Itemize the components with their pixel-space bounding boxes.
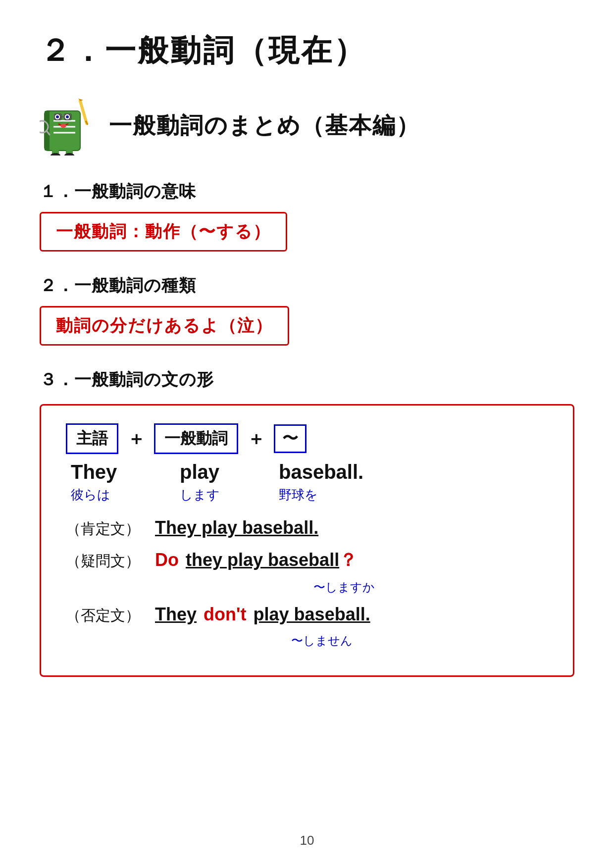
svg-point-11 <box>66 115 69 118</box>
section1-label: １．一般動詞の意味 <box>40 180 196 203</box>
question-mark: ？ <box>339 548 357 572</box>
question-jp: 〜しますか <box>140 579 548 595</box>
example-english-row: They play baseball. <box>71 461 548 483</box>
negative-sentence-block: （否定文） They don't play baseball. 〜しません <box>66 604 548 649</box>
question-they-play-baseball: they play baseball <box>186 550 339 570</box>
svg-line-13 <box>80 101 87 123</box>
trans-play: します <box>180 486 279 504</box>
formula-plus1: ＋ <box>127 427 145 451</box>
header-text: 一般動詞のまとめ（基本編） <box>109 110 420 141</box>
negative-sentence-row: （否定文） They don't play baseball. <box>66 604 548 626</box>
question-do: Do <box>155 550 179 570</box>
example-japanese-row: 彼らは します 野球を <box>71 486 548 504</box>
positive-sentence: They play baseball. <box>155 517 318 538</box>
grammar-box: 主語 ＋ 一般動詞 ＋ 〜 They play baseball. 彼らは しま… <box>40 404 574 677</box>
example-they: They <box>71 461 170 483</box>
section3-label: ３．一般動詞の文の形 <box>40 368 214 391</box>
svg-point-10 <box>56 115 59 118</box>
page-number: 10 <box>300 833 314 848</box>
formula-plus2: ＋ <box>247 427 265 451</box>
mascot-icon <box>40 96 94 155</box>
formula-row: 主語 ＋ 一般動詞 ＋ 〜 <box>66 423 548 454</box>
formula-subject: 主語 <box>66 423 118 454</box>
page-title: ２．一般動詞（現在） <box>40 30 366 71</box>
positive-sentence-block: （肯定文） They play baseball. <box>66 517 548 539</box>
question-sentence-block: （疑問文） Do they play baseball ？ 〜しますか <box>66 548 548 595</box>
positive-type: （肯定文） <box>66 519 140 539</box>
trans-they: 彼らは <box>71 486 170 504</box>
negative-dont: don't <box>204 604 247 625</box>
header-section: 一般動詞のまとめ（基本編） <box>40 96 420 155</box>
formula-object: 〜 <box>274 424 307 453</box>
negative-they: They <box>155 604 197 625</box>
formula-verb: 一般動詞 <box>154 423 238 454</box>
negative-type: （否定文） <box>66 606 140 626</box>
example-baseball: baseball. <box>279 461 363 483</box>
positive-sentence-row: （肯定文） They play baseball. <box>66 517 548 539</box>
section1-box: 一般動詞：動作（〜する） <box>40 212 287 252</box>
section2-label: ２．一般動詞の種類 <box>40 274 196 297</box>
section2-box: 動詞の分だけあるよ（泣） <box>40 306 289 346</box>
question-sentence-row: （疑問文） Do they play baseball ？ <box>66 548 548 572</box>
example-play: play <box>180 461 279 483</box>
negative-rest: play baseball. <box>254 604 370 625</box>
question-type: （疑問文） <box>66 551 140 571</box>
negative-jp: 〜しません <box>96 633 548 649</box>
trans-baseball: 野球を <box>279 486 318 504</box>
svg-point-12 <box>60 124 66 128</box>
